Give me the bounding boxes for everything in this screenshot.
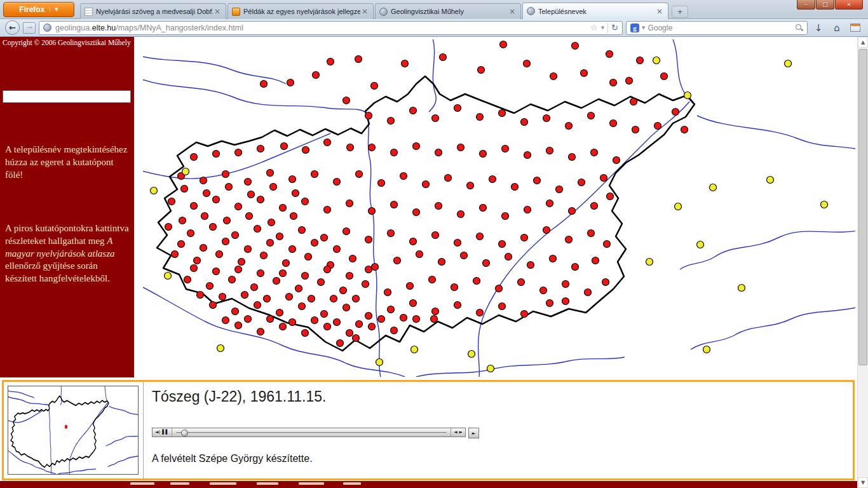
research-point-red[interactable] xyxy=(512,184,519,191)
research-point-red[interactable] xyxy=(458,211,465,218)
research-point-red[interactable] xyxy=(172,251,179,258)
dialect-map[interactable] xyxy=(143,39,855,377)
research-point-red[interactable] xyxy=(391,149,398,156)
research-point-red[interactable] xyxy=(550,255,557,262)
url-bar[interactable]: geolingua.elte.hu/maps/MNyA_hangosterk/i… xyxy=(39,21,623,35)
research-point-red[interactable] xyxy=(347,144,354,151)
research-point-red[interactable] xyxy=(502,213,509,220)
research-point-red[interactable] xyxy=(353,335,360,342)
research-point-red[interactable] xyxy=(267,240,274,247)
research-point-red[interactable] xyxy=(321,234,328,241)
research-point-red[interactable] xyxy=(334,319,341,326)
research-point-red[interactable] xyxy=(200,245,207,252)
research-point-red[interactable] xyxy=(369,323,376,330)
research-point-red[interactable] xyxy=(191,154,198,161)
research-point-red[interactable] xyxy=(245,246,252,253)
research-point-red[interactable] xyxy=(194,257,201,264)
research-point-red[interactable] xyxy=(569,154,576,161)
research-point-red[interactable] xyxy=(305,254,312,261)
research-point-red[interactable] xyxy=(270,184,277,191)
tab-nyelvjarasi-szoveg[interactable]: Nyelvjárási szöveg a medvesalji Dobf... … xyxy=(80,3,226,19)
research-point-red[interactable] xyxy=(235,322,242,329)
research-point-red[interactable] xyxy=(232,308,239,315)
research-point-red[interactable] xyxy=(572,43,579,50)
seek-knob[interactable] xyxy=(181,430,188,437)
maximize-button[interactable]: □ xyxy=(816,0,834,10)
research-point-red[interactable] xyxy=(407,283,414,290)
research-point-red[interactable] xyxy=(207,283,214,290)
research-point-red[interactable] xyxy=(246,213,253,220)
research-point-red[interactable] xyxy=(295,285,302,292)
firefox-menu-button[interactable]: Firefox ▼ xyxy=(3,2,74,17)
research-point-red[interactable] xyxy=(540,287,547,294)
research-point-red[interactable] xyxy=(289,246,296,253)
research-point-red[interactable] xyxy=(400,173,407,180)
research-point-red[interactable] xyxy=(499,241,506,248)
download-button[interactable]: ↓ xyxy=(811,21,826,35)
research-point-red[interactable] xyxy=(365,313,372,320)
player-popout-button[interactable]: ► xyxy=(468,428,479,438)
research-point-red[interactable] xyxy=(369,144,376,151)
research-point-red[interactable] xyxy=(254,302,261,309)
research-point-red[interactable] xyxy=(592,257,599,264)
research-point-red[interactable] xyxy=(165,224,172,231)
research-point-red[interactable] xyxy=(346,330,353,337)
research-point-red[interactable] xyxy=(610,120,617,127)
research-point-red[interactable] xyxy=(569,208,576,215)
tab-close-icon[interactable]: × xyxy=(655,7,664,16)
research-point-red[interactable] xyxy=(268,219,275,226)
research-point-red[interactable] xyxy=(178,241,185,248)
research-point-red[interactable] xyxy=(273,278,280,285)
research-point-red[interactable] xyxy=(222,238,229,245)
scrollbar-thumb[interactable] xyxy=(858,49,867,365)
research-point-red[interactable] xyxy=(324,139,331,146)
research-point-red[interactable] xyxy=(302,330,309,337)
research-point-red[interactable] xyxy=(626,78,633,85)
research-point-red[interactable] xyxy=(461,252,468,259)
research-point-red[interactable] xyxy=(524,152,531,159)
research-point-red[interactable] xyxy=(613,157,620,164)
research-point-red[interactable] xyxy=(232,232,239,239)
research-point-red[interactable] xyxy=(637,57,644,64)
research-point-red[interactable] xyxy=(478,67,485,74)
research-point-red[interactable] xyxy=(578,179,585,186)
research-point-red[interactable] xyxy=(280,323,287,330)
research-point-red[interactable] xyxy=(200,177,207,184)
research-point-red[interactable] xyxy=(290,213,297,220)
research-point-red[interactable] xyxy=(302,273,309,280)
research-point-red[interactable] xyxy=(521,311,528,318)
research-point-red[interactable] xyxy=(280,270,287,277)
research-point-red[interactable] xyxy=(521,234,528,241)
research-point-red[interactable] xyxy=(388,118,395,125)
research-point-red[interactable] xyxy=(556,186,563,193)
research-point-red[interactable] xyxy=(527,262,534,269)
research-point-red[interactable] xyxy=(524,207,531,214)
research-point-red[interactable] xyxy=(391,201,398,208)
research-point-red[interactable] xyxy=(432,115,439,122)
research-point-red[interactable] xyxy=(281,143,288,150)
research-point-red[interactable] xyxy=(431,316,438,323)
research-point-red[interactable] xyxy=(213,151,220,158)
research-point-red[interactable] xyxy=(581,70,588,77)
scroll-down-button[interactable]: ▼ xyxy=(858,477,868,488)
research-point-red[interactable] xyxy=(311,171,318,178)
minimize-button[interactable]: – xyxy=(797,0,815,10)
research-point-red[interactable] xyxy=(219,294,226,301)
research-point-red[interactable] xyxy=(308,295,315,302)
research-point-red[interactable] xyxy=(654,123,661,130)
research-point-red[interactable] xyxy=(591,149,598,156)
research-point-red[interactable] xyxy=(289,319,296,326)
forward-button[interactable]: → xyxy=(23,22,36,34)
research-point-red[interactable] xyxy=(391,327,398,334)
research-point-red[interactable] xyxy=(353,295,360,302)
research-point-red[interactable] xyxy=(286,294,293,301)
research-point-red[interactable] xyxy=(681,126,688,133)
research-point-red[interactable] xyxy=(499,110,506,117)
research-point-red[interactable] xyxy=(413,143,420,150)
tab-close-icon[interactable]: × xyxy=(213,7,222,16)
research-point-red[interactable] xyxy=(440,54,447,61)
research-point-red[interactable] xyxy=(330,295,337,302)
speaker-icon[interactable]: ◄) xyxy=(155,430,160,435)
home-button[interactable]: ⌂ xyxy=(829,21,844,35)
research-point-red[interactable] xyxy=(235,149,242,156)
